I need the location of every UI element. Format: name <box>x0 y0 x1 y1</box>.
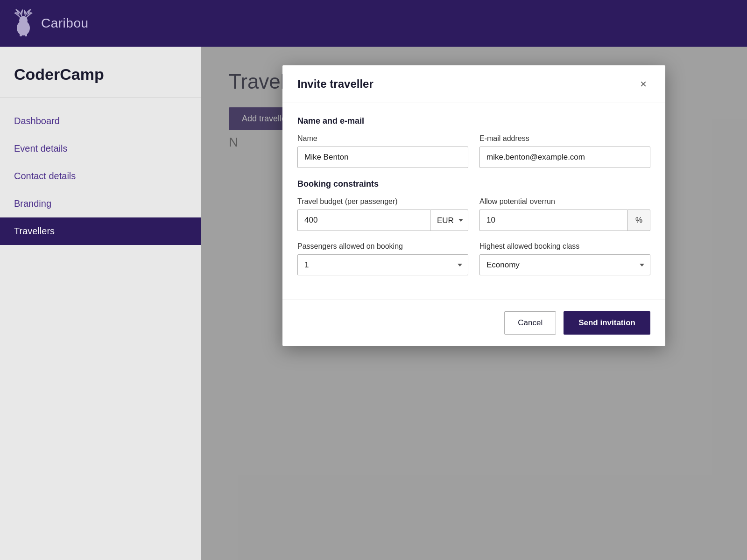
name-label: Name <box>297 134 468 143</box>
caribou-logo-icon <box>11 9 35 37</box>
modal-title: Invite traveller <box>297 77 374 91</box>
sidebar-item-contact-details[interactable]: Contact details <box>0 162 201 190</box>
send-invitation-button[interactable]: Send invitation <box>564 311 650 335</box>
sidebar-item-dashboard[interactable]: Dashboard <box>0 107 201 135</box>
svg-rect-2 <box>20 30 22 36</box>
overrun-input-row: % <box>479 210 650 231</box>
booking-class-label: Highest allowed booking class <box>479 242 650 251</box>
modal-close-button[interactable]: × <box>636 77 650 91</box>
passengers-group: Passengers allowed on booking 1 2 3 4 5 <box>297 242 468 275</box>
org-title: CoderCamp <box>0 65 201 98</box>
passengers-label: Passengers allowed on booking <box>297 242 468 251</box>
modal-overlay: Invite traveller × Name and e-mail Name … <box>201 47 747 560</box>
budget-group: Travel budget (per passenger) EUR USD GB… <box>297 197 468 231</box>
email-group: E-mail address <box>479 134 650 168</box>
main-area: CoderCamp Dashboard Event details Contac… <box>0 47 747 560</box>
name-email-row: Name E-mail address <box>297 134 650 168</box>
name-group: Name <box>297 134 468 168</box>
svg-rect-3 <box>25 30 27 36</box>
currency-select[interactable]: EUR USD GBP CHF <box>430 210 468 231</box>
overrun-input[interactable] <box>479 210 627 231</box>
overrun-label: Allow potential overrun <box>479 197 650 206</box>
sidebar-item-event-details[interactable]: Event details <box>0 135 201 162</box>
sidebar: CoderCamp Dashboard Event details Contac… <box>0 47 201 560</box>
email-label: E-mail address <box>479 134 650 143</box>
overrun-group: Allow potential overrun % <box>479 197 650 231</box>
sidebar-item-travellers[interactable]: Travellers <box>0 217 201 245</box>
budget-label: Travel budget (per passenger) <box>297 197 468 206</box>
email-input[interactable] <box>479 147 650 168</box>
budget-overrun-row: Travel budget (per passenger) EUR USD GB… <box>297 197 650 231</box>
logo-text: Caribou <box>41 16 89 31</box>
modal-footer: Cancel Send invitation <box>282 300 665 346</box>
budget-input[interactable] <box>297 210 430 231</box>
content-area: Travellers Add traveller N Invite travel… <box>201 47 747 560</box>
booking-class-group: Highest allowed booking class Economy Pr… <box>479 242 650 275</box>
name-email-section-heading: Name and e-mail <box>297 116 650 126</box>
passengers-class-row: Passengers allowed on booking 1 2 3 4 5 <box>297 242 650 275</box>
overrun-suffix: % <box>627 210 650 231</box>
sidebar-item-branding[interactable]: Branding <box>0 190 201 217</box>
booking-class-select[interactable]: Economy Premium Economy Business First <box>479 254 650 275</box>
top-bar: Caribou <box>0 0 747 47</box>
invite-traveller-modal: Invite traveller × Name and e-mail Name … <box>282 65 665 346</box>
modal-body: Name and e-mail Name E-mail address Book… <box>282 103 665 300</box>
passengers-select[interactable]: 1 2 3 4 5 <box>297 254 468 275</box>
modal-header: Invite traveller × <box>282 65 665 103</box>
cancel-button[interactable]: Cancel <box>504 311 556 335</box>
booking-section-heading: Booking constraints <box>297 179 650 189</box>
name-input[interactable] <box>297 147 468 168</box>
logo-area: Caribou <box>11 9 89 37</box>
budget-input-row: EUR USD GBP CHF <box>297 210 468 231</box>
